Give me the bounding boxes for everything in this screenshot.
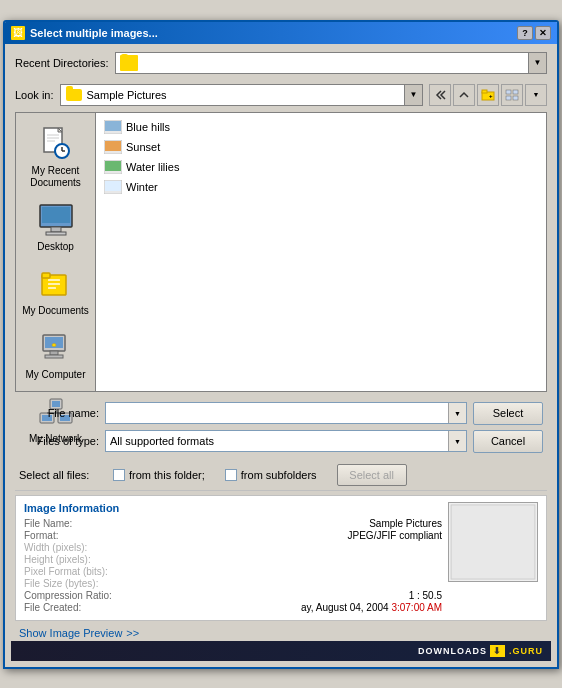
title-bar-left: 🖼 Select multiple images... xyxy=(11,26,158,40)
separator xyxy=(15,490,547,491)
svg-rect-21 xyxy=(48,283,60,285)
watermark-icon: ⬇ xyxy=(490,645,505,657)
svg-rect-25 xyxy=(50,351,58,355)
info-row-compression: Compression Ratio: 1 : 50.5 xyxy=(24,590,442,601)
files-of-type-value: All supported formats xyxy=(110,435,214,447)
file-list[interactable]: Blue hills Sunset Water lilies xyxy=(96,113,546,391)
form-area: File name: ▼ Select Files of type: All s… xyxy=(11,398,551,462)
back-button[interactable] xyxy=(429,84,451,106)
recent-documents-icon xyxy=(36,125,76,163)
cancel-button[interactable]: Cancel xyxy=(473,430,543,453)
svg-point-27 xyxy=(52,343,56,346)
show-preview-arrow: >> xyxy=(126,627,139,639)
svg-rect-6 xyxy=(513,96,518,100)
sidebar-item-desktop[interactable]: Desktop xyxy=(20,197,92,257)
svg-rect-20 xyxy=(48,279,60,281)
info-val-compression: 1 : 50.5 xyxy=(138,590,442,601)
dialog-title: Select multiple images... xyxy=(30,27,158,39)
file-name-water-lilies: Water lilies xyxy=(126,161,179,173)
recent-bar: Recent Directories: ▼ xyxy=(11,50,551,76)
dialog-icon: 🖼 xyxy=(11,26,25,40)
info-val-created-prefix: ay, August 04, 2004 3:07:00 AM xyxy=(138,602,442,613)
sidebar-item-recent-documents[interactable]: My RecentDocuments xyxy=(20,121,92,193)
close-button[interactable]: ✕ xyxy=(535,26,551,40)
my-documents-icon xyxy=(36,265,76,303)
info-key-format: Format: xyxy=(24,530,134,541)
file-name-combo-arrow[interactable]: ▼ xyxy=(448,403,466,423)
file-name-winter: Winter xyxy=(126,181,158,193)
left-panel: My RecentDocuments Desktop xyxy=(16,113,96,391)
info-key-height: Height (pixels): xyxy=(24,554,134,565)
file-name-input[interactable]: ▼ xyxy=(105,402,467,424)
list-item[interactable]: Blue hills xyxy=(100,117,542,137)
views-button[interactable] xyxy=(501,84,523,106)
sidebar-item-my-documents[interactable]: My Documents xyxy=(20,261,92,321)
created-prefix: ay, August 04, 2004 3:07:00 AM xyxy=(301,602,442,613)
svg-rect-16 xyxy=(51,227,61,232)
svg-rect-17 xyxy=(46,232,66,235)
image-info-title: Image Information xyxy=(24,502,442,514)
recent-combo[interactable]: ▼ xyxy=(115,52,547,74)
svg-rect-15 xyxy=(42,207,70,223)
image-info-section: Image Information File Name: Sample Pict… xyxy=(11,495,551,661)
lookin-bar: Look in: Sample Pictures ▼ xyxy=(11,82,551,108)
select-all-row: Select all files: from this folder; from… xyxy=(11,462,551,488)
list-item[interactable]: Winter xyxy=(100,177,542,197)
watermark-downloads: DOWNLOADS xyxy=(418,646,487,656)
files-of-type-label: Files of type: xyxy=(19,435,99,447)
info-row-pixel-format: Pixel Format (bits): xyxy=(24,566,442,577)
watermark-suffix: .GURU xyxy=(509,646,543,656)
sidebar-item-my-computer[interactable]: My Computer xyxy=(20,325,92,385)
info-row-height: Height (pixels): xyxy=(24,554,442,565)
svg-rect-38 xyxy=(105,121,121,131)
select-all-label: Select all files: xyxy=(19,469,105,481)
lookin-combo-arrow[interactable]: ▼ xyxy=(404,85,422,105)
recent-label: Recent Directories: xyxy=(15,57,109,69)
files-of-type-arrow[interactable]: ▼ xyxy=(448,431,466,451)
lookin-combo[interactable]: Sample Pictures ▼ xyxy=(60,84,423,106)
files-of-type-combo[interactable]: All supported formats ▼ xyxy=(105,430,467,452)
list-item[interactable]: Sunset xyxy=(100,137,542,157)
from-folder-checkbox[interactable] xyxy=(113,469,125,481)
file-icon-water-lilies xyxy=(104,159,122,175)
dialog-window: 🖼 Select multiple images... ? ✕ Recent D… xyxy=(3,20,559,669)
watermark-text: DOWNLOADS ⬇ .GURU xyxy=(418,646,543,656)
file-icon-winter xyxy=(104,179,122,195)
recent-folder-icon xyxy=(120,55,138,71)
svg-rect-26 xyxy=(45,355,63,358)
sidebar-item-recent-label: My RecentDocuments xyxy=(30,165,81,189)
svg-rect-22 xyxy=(48,287,56,289)
dialog-content: Recent Directories: ▼ Look in: Sample Pi… xyxy=(5,44,557,667)
toolbar-buttons: + ▼ xyxy=(429,84,547,106)
svg-rect-19 xyxy=(42,273,50,278)
list-item[interactable]: Water lilies xyxy=(100,157,542,177)
svg-text:+: + xyxy=(489,93,493,99)
info-row-file-size: File Size (bytes): xyxy=(24,578,442,589)
title-bar: 🖼 Select multiple images... ? ✕ xyxy=(5,22,557,44)
image-info-details: Image Information File Name: Sample Pict… xyxy=(24,502,442,614)
watermark-bar: DOWNLOADS ⬇ .GURU xyxy=(11,641,551,661)
info-key-created: File Created: xyxy=(24,602,134,613)
show-preview-row[interactable]: Show Image Preview >> xyxy=(11,625,551,641)
sidebar-item-computer-label: My Computer xyxy=(25,369,85,381)
svg-rect-46 xyxy=(451,504,535,578)
info-row-filename: File Name: Sample Pictures xyxy=(24,518,442,529)
desktop-icon xyxy=(36,201,76,239)
info-key-compression: Compression Ratio: xyxy=(24,590,134,601)
info-row-width: Width (pixels): xyxy=(24,542,442,553)
new-folder-button[interactable]: + xyxy=(477,84,499,106)
info-val-filename: Sample Pictures xyxy=(138,518,442,529)
svg-rect-42 xyxy=(105,161,121,171)
views-arrow-button[interactable]: ▼ xyxy=(525,84,547,106)
recent-combo-arrow[interactable]: ▼ xyxy=(528,53,546,73)
image-info-panel: Image Information File Name: Sample Pict… xyxy=(15,495,547,621)
help-button[interactable]: ? xyxy=(517,26,533,40)
select-button[interactable]: Select xyxy=(473,402,543,425)
svg-rect-3 xyxy=(506,90,511,94)
svg-rect-33 xyxy=(52,401,60,407)
info-key-file-size: File Size (bytes): xyxy=(24,578,134,589)
info-val-format: JPEG/JFIF compliant xyxy=(138,530,442,541)
file-icon-blue-hills xyxy=(104,119,122,135)
up-button[interactable] xyxy=(453,84,475,106)
from-subfolders-checkbox[interactable] xyxy=(225,469,237,481)
